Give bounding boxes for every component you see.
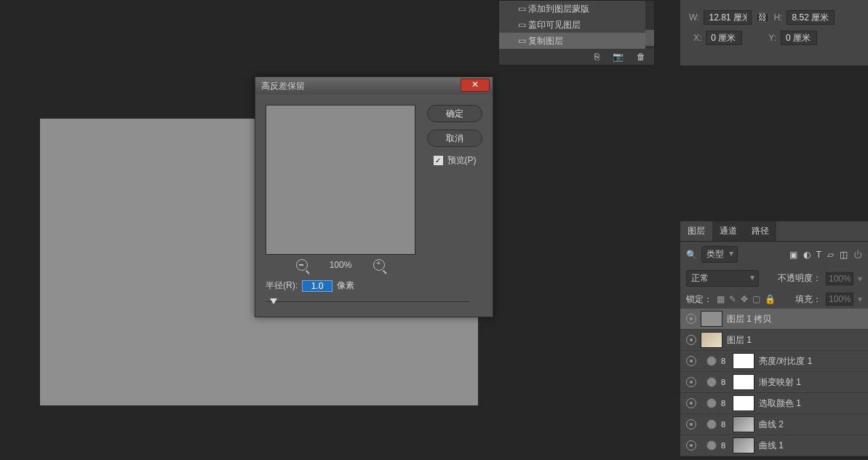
checkbox-icon: ✓ (434, 156, 443, 165)
blend-mode-select[interactable]: 正常 (686, 270, 759, 287)
lock-artboard-icon[interactable]: ▢ (752, 294, 760, 304)
layer-thumbnail[interactable] (701, 311, 722, 327)
visibility-eye-icon[interactable] (686, 419, 696, 429)
layer-name[interactable]: 曲线 2 (759, 419, 862, 431)
preview-checkbox[interactable]: ✓ 预览(P) (434, 154, 477, 167)
history-toolbar: ⎘ 📷 🗑 (499, 49, 654, 65)
zoom-level: 100% (330, 260, 352, 270)
layer-row[interactable]: 8 渐变映射 1 (680, 372, 868, 393)
cancel-button[interactable]: 取消 (427, 130, 482, 147)
history-item[interactable]: ▭ 添加到图层蒙版 (499, 1, 654, 17)
history-scrollbar[interactable] (645, 1, 654, 49)
visibility-eye-icon[interactable] (686, 377, 696, 387)
filter-type-icon[interactable]: T (816, 250, 821, 260)
scrollbar-thumb[interactable] (645, 30, 654, 46)
close-icon[interactable]: ✕ (461, 79, 490, 92)
trash-icon[interactable]: 🗑 (637, 52, 645, 62)
dialog-titlebar[interactable]: 高反差保留 ✕ (255, 77, 493, 95)
layer-name[interactable]: 亮度/对比度 1 (759, 355, 862, 368)
link-icon: 8 (721, 378, 728, 386)
zoom-out-icon[interactable] (296, 259, 308, 271)
fill-label: 填充： (795, 293, 821, 306)
link-icon: 8 (721, 420, 728, 429)
layer-name[interactable]: 图层 1 拷贝 (727, 313, 862, 325)
lock-move-icon[interactable]: ✥ (741, 294, 748, 304)
opacity-label: 不透明度： (778, 272, 821, 285)
adjustment-icon (706, 356, 717, 366)
filter-adjust-icon[interactable]: ◐ (803, 250, 811, 260)
panel-tabs: 图层 通道 路径 (680, 221, 868, 242)
x-input[interactable] (706, 31, 742, 45)
visibility-eye-icon[interactable] (686, 356, 696, 366)
opacity-input[interactable] (826, 272, 853, 285)
camera-icon[interactable]: 📷 (613, 52, 624, 62)
mask-thumbnail[interactable] (733, 374, 754, 390)
filter-toggle-icon[interactable]: ⏻ (853, 250, 862, 260)
y-input[interactable] (781, 31, 817, 45)
layer-list: 图层 1 拷贝 图层 1 8 亮度/对比度 1 8 渐变映射 1 8 选取颜色 … (680, 309, 868, 456)
link-icon: 8 (721, 441, 728, 450)
filter-smart-icon[interactable]: ◫ (840, 250, 848, 260)
link-icon: 8 (721, 357, 728, 365)
link-icon: 8 (721, 399, 728, 408)
history-item-label: 添加到图层蒙版 (528, 3, 589, 15)
mask-thumbnail[interactable] (733, 416, 754, 432)
filter-image-icon[interactable]: ▣ (789, 250, 797, 260)
mask-thumbnail[interactable] (733, 353, 754, 369)
x-label: X: (693, 33, 701, 43)
document-icon: ▭ (515, 20, 528, 30)
history-item[interactable]: ▭ 盖印可见图层 (499, 17, 654, 33)
history-context-menu: ▭ 添加到图层蒙版 ▭ 盖印可见图层 ▭ 复制图层 ⎘ 📷 🗑 (498, 0, 655, 66)
radius-label: 半径(R): (266, 279, 298, 292)
tab-layers[interactable]: 图层 (680, 221, 712, 241)
layer-row[interactable]: 8 选取颜色 1 (680, 393, 868, 414)
layer-row[interactable]: 8 曲线 1 (680, 435, 868, 456)
tab-channels[interactable]: 通道 (712, 221, 744, 241)
new-snapshot-icon[interactable]: ⎘ (594, 52, 600, 62)
layer-name[interactable]: 渐变映射 1 (759, 376, 862, 389)
zoom-in-icon[interactable] (373, 259, 385, 271)
visibility-eye-icon[interactable] (686, 335, 696, 345)
slider-thumb-icon[interactable] (270, 298, 277, 304)
filter-shape-icon[interactable]: ▱ (827, 250, 834, 260)
lock-transparency-icon[interactable]: ▦ (717, 294, 725, 304)
layer-name[interactable]: 图层 1 (727, 334, 862, 346)
layer-filter-select[interactable]: 类型 (701, 246, 738, 263)
history-item[interactable]: ▭ 复制图层 (499, 33, 654, 49)
properties-panel: W: ⛓ H: X: Y: (680, 0, 868, 66)
fill-input[interactable] (826, 293, 853, 306)
dialog-title: 高反差保留 (261, 80, 305, 92)
radius-slider[interactable] (266, 298, 469, 306)
mask-thumbnail[interactable] (733, 395, 754, 411)
document-icon: ▭ (515, 4, 528, 14)
dialog-preview[interactable] (266, 105, 415, 255)
visibility-eye-icon[interactable] (686, 314, 696, 324)
visibility-eye-icon[interactable] (686, 398, 696, 408)
layer-row[interactable]: 8 亮度/对比度 1 (680, 351, 868, 372)
lock-all-icon[interactable]: 🔒 (765, 294, 776, 304)
layer-thumbnail[interactable] (701, 332, 722, 348)
high-pass-dialog: 高反差保留 ✕ 100% 半径(R): 像素 确定 取消 ✓ 预览(P) (255, 76, 493, 317)
adjustment-icon (706, 419, 717, 429)
layer-name[interactable]: 曲线 1 (759, 440, 862, 452)
chevron-down-icon[interactable]: ▾ (858, 274, 862, 284)
lock-paint-icon[interactable]: ✎ (729, 294, 736, 304)
history-item-label: 复制图层 (528, 35, 563, 47)
chevron-down-icon[interactable]: ▾ (858, 294, 862, 304)
layer-name[interactable]: 选取颜色 1 (759, 397, 862, 410)
visibility-eye-icon[interactable] (686, 440, 696, 451)
layer-row[interactable]: 图层 1 (680, 330, 868, 351)
radius-input[interactable] (302, 280, 333, 292)
width-input[interactable] (704, 10, 752, 25)
layer-row[interactable]: 8 曲线 2 (680, 414, 868, 435)
document-icon: ▭ (515, 36, 528, 46)
mask-thumbnail[interactable] (733, 437, 754, 453)
layer-row[interactable]: 图层 1 拷贝 (680, 309, 868, 330)
history-item-label: 盖印可见图层 (528, 19, 581, 31)
adjustment-icon (706, 440, 717, 451)
ok-button[interactable]: 确定 (427, 105, 482, 122)
tab-paths[interactable]: 路径 (744, 221, 776, 241)
height-input[interactable] (787, 10, 835, 25)
search-icon: 🔍 (686, 250, 697, 260)
link-dimensions-icon[interactable]: ⛓ (756, 12, 769, 23)
